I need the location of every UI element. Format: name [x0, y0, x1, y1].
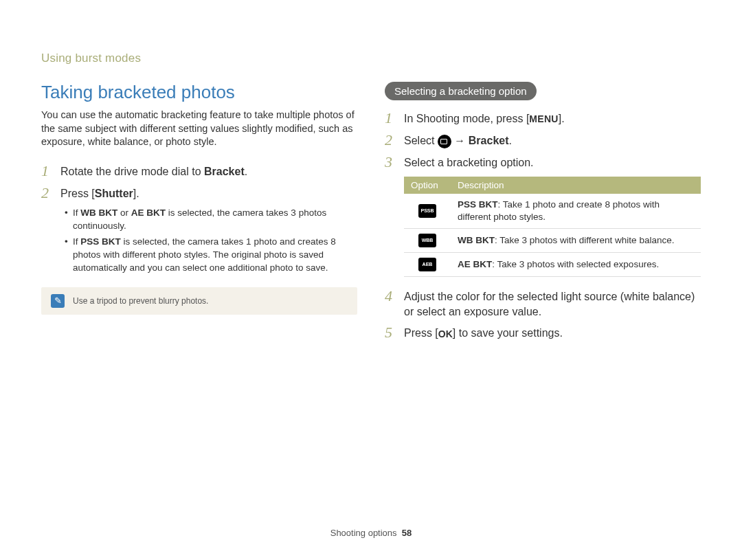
wb-bkt-icon: WBB [418, 234, 436, 247]
table-row: PSSB PSS BKT: Take 1 photo and create 8 … [404, 194, 701, 229]
option-desc-cell: WB BKT: Take 3 photos with different whi… [451, 229, 701, 253]
section-title: Taking bracketed photos [41, 82, 357, 103]
bullet-item: If PSS BKT is selected, the camera takes… [65, 236, 357, 275]
note-icon: ✎ [51, 294, 65, 308]
subsection-pill: Selecting a bracketing option [385, 82, 537, 100]
step-2-right: 2 Select → Bracket. [385, 132, 701, 148]
step-number: 3 [385, 154, 397, 170]
step-number: 1 [41, 163, 54, 179]
step-text: Press [Shutter]. [60, 185, 139, 201]
step-number: 1 [385, 110, 397, 126]
step-number: 4 [385, 288, 397, 304]
table-header-option: Option [404, 177, 451, 194]
option-icon-cell: WBB [404, 229, 451, 253]
menu-button-icon: MENU [529, 113, 558, 126]
step-2: 2 Press [Shutter]. [41, 185, 357, 201]
breadcrumb: Using burst modes [41, 52, 701, 65]
step-number: 2 [385, 132, 397, 148]
step-2-bullets: If WB BKT or AE BKT is selected, the cam… [65, 207, 357, 274]
option-icon-cell: AEB [404, 253, 451, 277]
pss-bkt-icon: PSSB [418, 204, 436, 218]
step-number: 2 [41, 185, 54, 201]
page-footer: Shooting options 58 [0, 528, 742, 538]
footer-section: Shooting options [330, 528, 397, 538]
step-text: Select → Bracket. [404, 132, 512, 148]
right-column: Selecting a bracketing option 1 In Shoot… [385, 82, 701, 346]
table-row: WBB WB BKT: Take 3 photos with different… [404, 229, 701, 253]
two-column-layout: Taking bracketed photos You can use the … [41, 82, 701, 346]
left-column: Taking bracketed photos You can use the … [41, 82, 357, 346]
ok-button-icon: OK [438, 328, 453, 341]
step-text: Adjust the color for the selected light … [404, 288, 701, 319]
step-text: Press [OK] to save your settings. [404, 324, 563, 341]
step-5-right: 5 Press [OK] to save your settings. [385, 324, 701, 341]
step-text: In Shooting mode, press [MENU]. [404, 110, 565, 126]
bullet-item: If WB BKT or AE BKT is selected, the cam… [65, 207, 357, 233]
intro-paragraph: You can use the automatic bracketing fea… [41, 109, 357, 149]
page-number: 58 [402, 528, 412, 538]
step-text: Rotate the drive mode dial to Bracket. [60, 163, 247, 179]
step-4-right: 4 Adjust the color for the selected ligh… [385, 288, 701, 319]
table-row: AEB AE BKT: Take 3 photos with selected … [404, 253, 701, 277]
table-header-description: Description [451, 177, 701, 194]
step-number: 5 [385, 324, 397, 341]
step-3-right: 3 Select a bracketing option. [385, 154, 701, 170]
step-text: Select a bracketing option. [404, 154, 534, 170]
step-1-right: 1 In Shooting mode, press [MENU]. [385, 110, 701, 126]
note-box: ✎ Use a tripod to prevent blurry photos. [41, 287, 357, 315]
bracket-options-table: Option Description PSSB PSS BKT: Take 1 … [404, 177, 701, 277]
option-desc-cell: PSS BKT: Take 1 photo and create 8 photo… [451, 194, 701, 229]
option-desc-cell: AE BKT: Take 3 photos with selected expo… [451, 253, 701, 277]
note-text: Use a tripod to prevent blurry photos. [73, 296, 208, 306]
option-icon-cell: PSSB [404, 194, 451, 229]
step-1: 1 Rotate the drive mode dial to Bracket. [41, 163, 357, 179]
camera-icon [438, 135, 451, 148]
ae-bkt-icon: AEB [418, 258, 436, 271]
